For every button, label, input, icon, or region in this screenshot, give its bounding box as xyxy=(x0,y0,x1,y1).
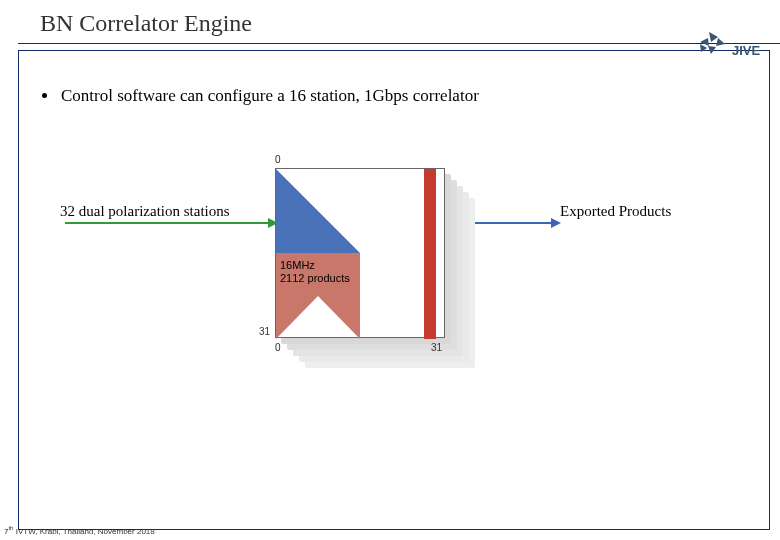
bullet-item: Control software can configure a 16 stat… xyxy=(42,86,479,106)
matrix-square: 16MHz 2112 products xyxy=(275,168,445,338)
center-label-line1: 16MHz xyxy=(280,259,315,271)
correlator-diagram: 16MHz 2112 products 0 31 0 31 xyxy=(275,168,535,368)
svg-marker-4 xyxy=(700,44,707,52)
footer-text: 7th IVTW, Krabi, Thailand, November 2018 xyxy=(4,525,155,536)
title-underline xyxy=(18,43,780,44)
bullet-text: Control software can configure a 16 stat… xyxy=(61,86,479,105)
arrow-blue-head-icon xyxy=(551,218,561,228)
page-title: BN Correlator Engine xyxy=(0,0,780,43)
exported-bar xyxy=(424,169,436,339)
left-caption: 32 dual polarization stations xyxy=(60,203,230,220)
svg-marker-3 xyxy=(708,46,716,54)
axis-bottom-31: 31 xyxy=(431,342,442,353)
triangle-blue xyxy=(276,169,360,253)
center-label-line2: 2112 products xyxy=(280,272,350,284)
axis-left-31: 31 xyxy=(259,326,270,337)
footer-rest: IVTW, Krabi, Thailand, November 2018 xyxy=(13,527,154,536)
svg-marker-1 xyxy=(709,32,718,42)
right-caption: Exported Products xyxy=(560,203,671,220)
jive-logo: JIVE xyxy=(694,28,766,72)
bullet-dot-icon xyxy=(42,93,47,98)
axis-top-0: 0 xyxy=(275,154,281,165)
svg-marker-2 xyxy=(716,38,725,46)
logo-text: JIVE xyxy=(732,43,761,58)
axis-bottom-0: 0 xyxy=(275,342,281,353)
arrow-green xyxy=(65,222,270,224)
center-label: 16MHz 2112 products xyxy=(280,259,350,285)
